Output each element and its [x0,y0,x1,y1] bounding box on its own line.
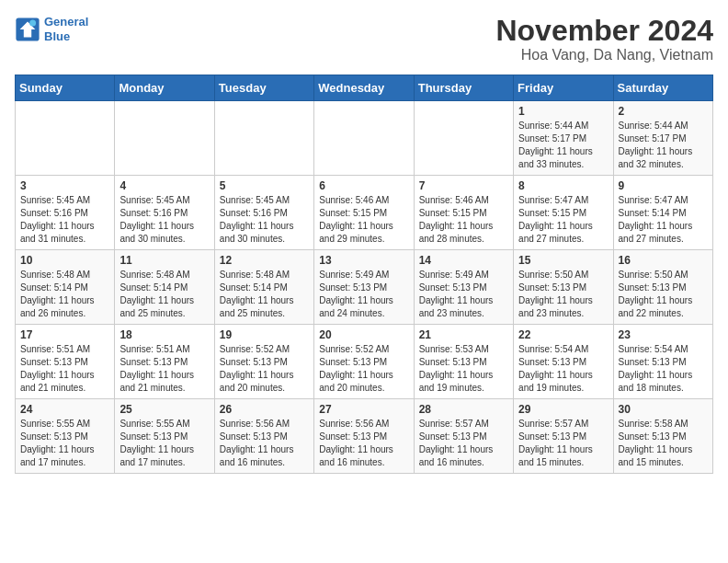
logo-text: General Blue [44,15,88,43]
calendar-cell: 3Sunrise: 5:45 AM Sunset: 5:16 PM Daylig… [16,176,115,250]
day-info: Sunrise: 5:48 AM Sunset: 5:14 PM Dayligh… [20,269,109,320]
calendar-week-row: 10Sunrise: 5:48 AM Sunset: 5:14 PM Dayli… [16,250,713,325]
day-number: 27 [319,403,408,416]
calendar-cell: 4Sunrise: 5:45 AM Sunset: 5:16 PM Daylig… [115,176,214,250]
day-number: 10 [20,254,109,267]
day-info: Sunrise: 5:56 AM Sunset: 5:13 PM Dayligh… [319,418,408,469]
calendar-cell [414,101,513,176]
calendar-week-row: 24Sunrise: 5:55 AM Sunset: 5:13 PM Dayli… [16,399,713,474]
day-number: 25 [119,403,209,416]
calendar-cell [214,101,313,176]
day-info: Sunrise: 5:45 AM Sunset: 5:16 PM Dayligh… [119,194,209,246]
calendar-cell: 19Sunrise: 5:52 AM Sunset: 5:13 PM Dayli… [214,325,313,399]
day-info: Sunrise: 5:52 AM Sunset: 5:13 PM Dayligh… [319,343,408,395]
day-info: Sunrise: 5:47 AM Sunset: 5:14 PM Dayligh… [619,194,708,246]
calendar-cell: 22Sunrise: 5:54 AM Sunset: 5:13 PM Dayli… [514,325,613,399]
day-number: 13 [319,254,408,267]
logo: General Blue [15,15,88,43]
day-info: Sunrise: 5:56 AM Sunset: 5:13 PM Dayligh… [220,418,309,469]
calendar-cell: 15Sunrise: 5:50 AM Sunset: 5:13 PM Dayli… [514,250,613,325]
day-info: Sunrise: 5:45 AM Sunset: 5:16 PM Dayligh… [220,194,309,246]
day-info: Sunrise: 5:46 AM Sunset: 5:15 PM Dayligh… [419,194,508,246]
calendar-cell [16,101,115,176]
calendar-cell: 20Sunrise: 5:52 AM Sunset: 5:13 PM Dayli… [314,325,414,399]
calendar-cell: 13Sunrise: 5:49 AM Sunset: 5:13 PM Dayli… [314,250,414,325]
calendar-cell: 6Sunrise: 5:46 AM Sunset: 5:15 PM Daylig… [314,176,414,250]
day-number: 18 [119,328,209,341]
day-info: Sunrise: 5:47 AM Sunset: 5:15 PM Dayligh… [518,194,608,246]
day-info: Sunrise: 5:44 AM Sunset: 5:17 PM Dayligh… [518,120,608,171]
calendar-cell: 29Sunrise: 5:57 AM Sunset: 5:13 PM Dayli… [514,399,613,474]
calendar-header-row: SundayMondayTuesdayWednesdayThursdayFrid… [16,75,713,101]
title-block: November 2024 Hoa Vang, Da Nang, Vietnam [495,15,713,63]
day-info: Sunrise: 5:50 AM Sunset: 5:13 PM Dayligh… [619,269,708,320]
day-info: Sunrise: 5:55 AM Sunset: 5:13 PM Dayligh… [20,418,109,469]
calendar-cell: 7Sunrise: 5:46 AM Sunset: 5:15 PM Daylig… [414,176,513,250]
day-info: Sunrise: 5:49 AM Sunset: 5:13 PM Dayligh… [319,269,408,320]
day-number: 7 [419,179,508,192]
calendar-cell: 1Sunrise: 5:44 AM Sunset: 5:17 PM Daylig… [514,101,613,176]
day-number: 23 [619,328,708,341]
day-info: Sunrise: 5:52 AM Sunset: 5:13 PM Dayligh… [220,343,309,395]
day-number: 11 [119,254,209,267]
day-number: 26 [220,403,309,416]
calendar-cell: 2Sunrise: 5:44 AM Sunset: 5:17 PM Daylig… [613,101,712,176]
day-info: Sunrise: 5:53 AM Sunset: 5:13 PM Dayligh… [419,343,508,395]
calendar-cell: 5Sunrise: 5:45 AM Sunset: 5:16 PM Daylig… [214,176,313,250]
day-number: 4 [119,179,209,192]
calendar-title: November 2024 [495,15,713,47]
calendar-table: SundayMondayTuesdayWednesdayThursdayFrid… [15,75,713,474]
day-info: Sunrise: 5:58 AM Sunset: 5:13 PM Dayligh… [619,418,708,469]
logo-line1: General [44,15,88,29]
calendar-cell: 9Sunrise: 5:47 AM Sunset: 5:14 PM Daylig… [613,176,712,250]
day-header-saturday: Saturday [613,75,712,101]
day-info: Sunrise: 5:57 AM Sunset: 5:13 PM Dayligh… [419,418,508,469]
day-info: Sunrise: 5:44 AM Sunset: 5:17 PM Dayligh… [619,120,708,171]
day-number: 24 [20,403,109,416]
day-number: 20 [319,328,408,341]
calendar-cell: 30Sunrise: 5:58 AM Sunset: 5:13 PM Dayli… [613,399,712,474]
day-info: Sunrise: 5:51 AM Sunset: 5:13 PM Dayligh… [20,343,109,395]
day-number: 8 [518,179,608,192]
svg-point-2 [29,19,36,26]
day-number: 28 [419,403,508,416]
day-header-thursday: Thursday [414,75,513,101]
calendar-cell: 23Sunrise: 5:54 AM Sunset: 5:13 PM Dayli… [613,325,712,399]
calendar-cell: 27Sunrise: 5:56 AM Sunset: 5:13 PM Dayli… [314,399,414,474]
calendar-cell: 10Sunrise: 5:48 AM Sunset: 5:14 PM Dayli… [16,250,115,325]
calendar-week-row: 17Sunrise: 5:51 AM Sunset: 5:13 PM Dayli… [16,325,713,399]
calendar-cell: 14Sunrise: 5:49 AM Sunset: 5:13 PM Dayli… [414,250,513,325]
calendar-cell: 21Sunrise: 5:53 AM Sunset: 5:13 PM Dayli… [414,325,513,399]
day-number: 30 [619,403,708,416]
logo-line2: Blue [44,29,70,43]
day-number: 22 [518,328,608,341]
day-info: Sunrise: 5:57 AM Sunset: 5:13 PM Dayligh… [518,418,608,469]
day-info: Sunrise: 5:49 AM Sunset: 5:13 PM Dayligh… [419,269,508,320]
calendar-cell: 8Sunrise: 5:47 AM Sunset: 5:15 PM Daylig… [514,176,613,250]
day-number: 5 [220,179,309,192]
day-number: 14 [419,254,508,267]
day-header-tuesday: Tuesday [214,75,313,101]
calendar-cell: 25Sunrise: 5:55 AM Sunset: 5:13 PM Dayli… [115,399,214,474]
day-info: Sunrise: 5:55 AM Sunset: 5:13 PM Dayligh… [119,418,209,469]
day-info: Sunrise: 5:46 AM Sunset: 5:15 PM Dayligh… [319,194,408,246]
day-info: Sunrise: 5:45 AM Sunset: 5:16 PM Dayligh… [20,194,109,246]
day-number: 9 [619,179,708,192]
page-header: General Blue November 2024 Hoa Vang, Da … [15,15,713,63]
calendar-cell [314,101,414,176]
day-number: 6 [319,179,408,192]
day-number: 16 [619,254,708,267]
day-info: Sunrise: 5:51 AM Sunset: 5:13 PM Dayligh… [119,343,209,395]
calendar-cell: 24Sunrise: 5:55 AM Sunset: 5:13 PM Dayli… [16,399,115,474]
day-info: Sunrise: 5:54 AM Sunset: 5:13 PM Dayligh… [518,343,608,395]
day-number: 17 [20,328,109,341]
logo-icon [15,17,40,42]
day-number: 15 [518,254,608,267]
day-info: Sunrise: 5:48 AM Sunset: 5:14 PM Dayligh… [119,269,209,320]
calendar-cell: 12Sunrise: 5:48 AM Sunset: 5:14 PM Dayli… [214,250,313,325]
day-info: Sunrise: 5:50 AM Sunset: 5:13 PM Dayligh… [518,269,608,320]
day-number: 1 [518,105,608,118]
calendar-week-row: 3Sunrise: 5:45 AM Sunset: 5:16 PM Daylig… [16,176,713,250]
calendar-cell: 18Sunrise: 5:51 AM Sunset: 5:13 PM Dayli… [115,325,214,399]
day-info: Sunrise: 5:54 AM Sunset: 5:13 PM Dayligh… [619,343,708,395]
